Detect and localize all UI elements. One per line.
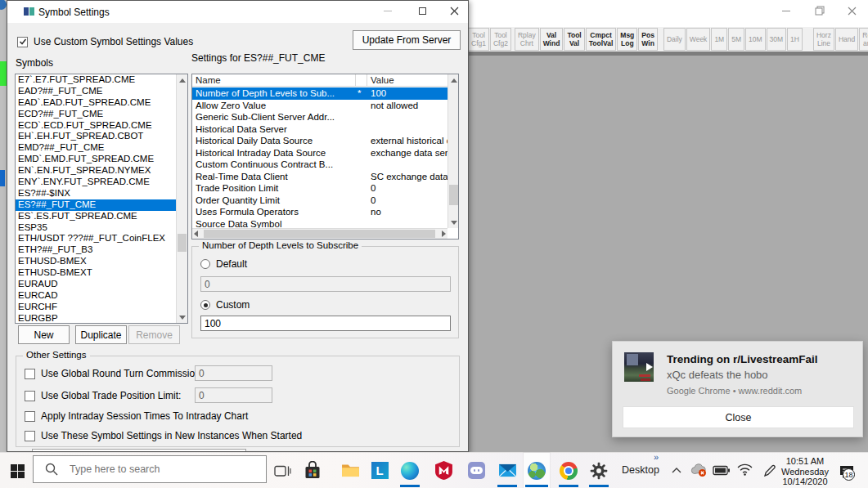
use-in-new-instances-checkbox[interactable]: Use These Symbol Settings in New Instanc… xyxy=(25,430,302,441)
symbol-list-item[interactable]: ETH/USDT ???##_FUT_CoinFLEX xyxy=(16,233,176,244)
symbol-list-item[interactable]: EURCAD xyxy=(16,290,176,302)
scrollbar-thumb[interactable] xyxy=(204,230,435,238)
settings-table-row[interactable]: Historical Daily Data Sourceexternal his… xyxy=(192,135,447,147)
scroll-down-icon[interactable] xyxy=(177,311,187,323)
settings-table-row[interactable]: Order Quantity Limit0 xyxy=(192,195,447,207)
custom-depth-input[interactable] xyxy=(200,316,451,331)
toolbar-button-tool-cfg1[interactable]: ToolCfg1 xyxy=(468,28,489,51)
taskbar-clock[interactable]: 10:51 AM Wednesday 10/14/2020 xyxy=(779,456,831,487)
scroll-right-icon[interactable] xyxy=(442,231,446,237)
symbol-list-item[interactable]: ECD`.ECD.FUT_SPREAD.CME xyxy=(16,120,176,132)
duplicate-button[interactable]: Duplicate xyxy=(75,325,127,344)
symbol-list-item[interactable]: EURAUD xyxy=(16,279,176,290)
toolbar-button-pos-win[interactable]: PosWin xyxy=(638,28,658,51)
toolbar-button-1m[interactable]: 1M xyxy=(711,28,727,51)
toolbar-button-horz-line[interactable]: HorzLine xyxy=(813,28,834,51)
scrollbar-thumb[interactable] xyxy=(178,234,187,252)
taskbar-app-edge[interactable] xyxy=(397,453,423,488)
toolbar-button-msg-log[interactable]: MsgLog xyxy=(617,28,637,51)
global-trade-limit-checkbox[interactable]: Use Global Trade Position Limit: xyxy=(25,390,181,401)
bg-minimize-button[interactable] xyxy=(780,5,792,16)
column-header-name[interactable]: Name xyxy=(192,74,356,86)
column-header-value[interactable]: Value xyxy=(367,74,447,86)
dialog-close-button[interactable] xyxy=(448,5,460,16)
desktop-toolbar-label[interactable]: Desktop xyxy=(622,464,659,476)
toolbar-button-week[interactable]: Week xyxy=(686,28,711,51)
symbol-list-item[interactable]: ETH?##_FUT_B3 xyxy=(16,244,176,256)
symbol-list-item[interactable]: ES`.ES.FUT_SPREAD.CME xyxy=(16,211,176,222)
start-button[interactable] xyxy=(7,461,28,481)
action-center-button[interactable]: 18 xyxy=(835,461,858,482)
symbol-list-item[interactable]: ENY`.ENY.FUT_SPREAD.CME xyxy=(16,177,176,188)
table-horizontal-scrollbar[interactable] xyxy=(192,228,447,239)
symbol-list-item[interactable]: ESP35 xyxy=(16,222,176,234)
bg-close-button[interactable] xyxy=(846,5,857,16)
scroll-up-icon[interactable] xyxy=(177,74,187,86)
symbol-list-item[interactable]: EMD`.EMD.FUT_SPREAD.CME xyxy=(16,154,176,165)
taskbar-app-mail[interactable] xyxy=(494,453,520,488)
search-input[interactable] xyxy=(68,463,232,476)
toolbar-button-cmpct-toolval[interactable]: CmpctToolVal xyxy=(586,28,617,51)
symbol-list-item[interactable]: EN`.EN.FUT_SPREAD.NYMEX xyxy=(16,165,176,177)
column-header-star[interactable] xyxy=(356,74,367,86)
tray-battery-icon[interactable] xyxy=(712,463,731,477)
scroll-down-icon[interactable] xyxy=(448,217,459,228)
taskbar-app-settings-gear[interactable] xyxy=(586,453,612,488)
settings-table-row[interactable]: Generic Sub-Client Server Addr... xyxy=(192,111,447,123)
toolbar-button-5m[interactable]: 5M xyxy=(728,28,744,51)
symbol-list-item[interactable]: ES?##-$INX xyxy=(16,188,176,199)
settings-table-row[interactable]: Historical Intraday Data Sourceexchange … xyxy=(192,147,447,159)
update-from-server-button[interactable]: Update From Server xyxy=(353,30,461,50)
taskbar-app-sierra-chart-globe[interactable] xyxy=(524,453,550,488)
symbol-list-item[interactable]: EMD?##_FUT_CME xyxy=(16,142,176,154)
dialog-maximize-button[interactable] xyxy=(416,5,428,16)
settings-table-header[interactable]: Name Value xyxy=(192,74,447,87)
toolbar-button-1h[interactable]: 1H xyxy=(787,28,803,51)
settings-table-row[interactable]: Historical Data Server xyxy=(192,123,447,136)
table-vertical-scrollbar[interactable] xyxy=(447,74,458,228)
tray-onedrive-icon[interactable] xyxy=(689,462,708,478)
taskbar-app-file-explorer[interactable] xyxy=(337,453,363,488)
settings-table-row[interactable]: Custom Continuous Contract B... xyxy=(192,159,447,171)
symbols-scrollbar[interactable] xyxy=(176,74,187,323)
taskbar-app-mcafee[interactable] xyxy=(430,453,456,488)
default-radio[interactable]: Default xyxy=(200,258,247,270)
symbol-list-item[interactable]: EH`.EH.FUT_SPREAD.CBOT xyxy=(16,131,176,142)
toolbar-button-10m[interactable]: 10M xyxy=(745,28,766,51)
taskbar-app-discord[interactable] xyxy=(463,453,489,488)
toolbar-button-tool-val[interactable]: ToolVal xyxy=(564,28,584,51)
toolbar-button-rplay-chrt[interactable]: RplayChrt xyxy=(515,28,539,51)
taskbar-app-chrome[interactable] xyxy=(555,453,582,488)
toolbar-button-val-wind[interactable]: ValWind xyxy=(540,28,564,51)
scroll-up-icon[interactable] xyxy=(448,74,459,86)
tray-wifi-icon[interactable] xyxy=(735,463,753,477)
symbol-list-item[interactable]: EURCHF xyxy=(16,302,176,313)
symbol-list-item[interactable]: ES?##_FUT_CME xyxy=(16,199,176,211)
toolbar-overflow-chevron[interactable]: » xyxy=(654,452,659,462)
connect-button-sliver[interactable] xyxy=(0,61,7,86)
toolbar-button-30m[interactable]: 30M xyxy=(767,28,787,51)
notification-thumbnail[interactable] xyxy=(624,352,654,382)
remove-button[interactable]: Remove xyxy=(128,325,180,344)
toolbar-button-daily[interactable]: Daily xyxy=(663,28,686,51)
global-round-turn-checkbox[interactable]: Use Global Round Turn Commission: xyxy=(25,368,203,379)
taskbar-app-store[interactable] xyxy=(299,453,326,488)
settings-table-row[interactable]: Trade Position Limit0 xyxy=(192,182,447,195)
scrollbar-thumb[interactable] xyxy=(449,185,458,205)
bg-restore-button[interactable] xyxy=(814,5,825,16)
taskbar-app-l-launcher[interactable]: L xyxy=(367,453,393,488)
dialog-titlebar[interactable]: Symbol Settings xyxy=(7,1,468,23)
task-view-button[interactable] xyxy=(272,463,292,479)
symbol-list-item[interactable]: ECD?##_FUT_CME xyxy=(16,109,176,120)
tray-pen-icon[interactable] xyxy=(761,462,777,478)
notification-close-button[interactable]: Close xyxy=(623,406,854,428)
apply-intraday-times-checkbox[interactable]: Apply Intraday Session Times To Intraday… xyxy=(25,410,248,422)
symbol-list-item[interactable]: ETHUSD-BMEX xyxy=(16,256,176,267)
symbol-list-item[interactable]: ETHUSD-BMEXT xyxy=(16,267,176,279)
settings-table-row[interactable]: Number of Depth Levels to Sub...*100 xyxy=(192,87,447,100)
settings-table-row[interactable]: Allow Zero Valuenot allowed xyxy=(192,100,447,112)
symbol-list-item[interactable]: EURGBP xyxy=(16,313,176,323)
new-button[interactable]: New xyxy=(18,325,70,344)
dialog-minimize-button[interactable] xyxy=(382,5,394,16)
chrome-notification[interactable]: Trending on r/LivestreamFail xQc defeats… xyxy=(612,341,863,437)
